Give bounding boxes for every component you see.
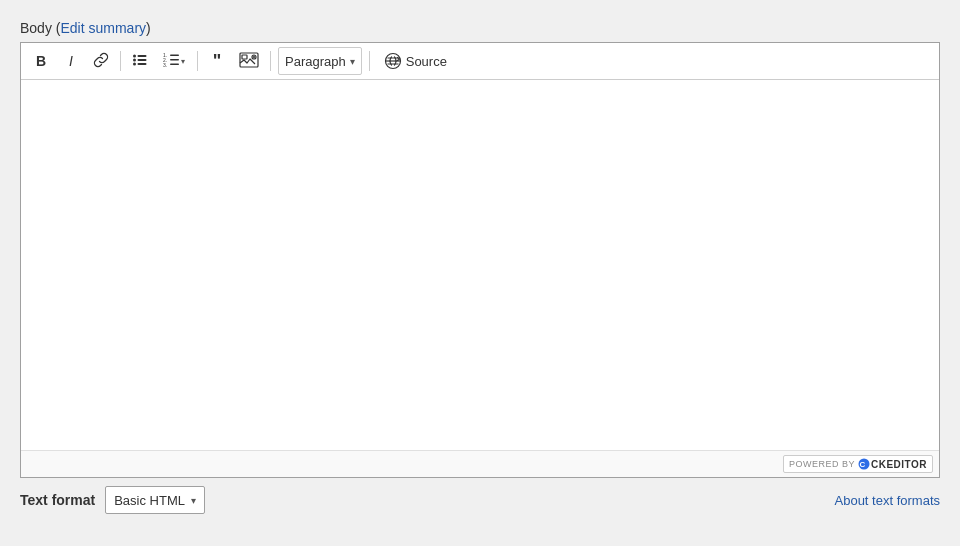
- svg-text:3.: 3.: [163, 62, 167, 68]
- bullet-list-button[interactable]: [126, 47, 154, 75]
- ck-editor-text: CKEditor: [871, 459, 927, 470]
- link-icon: [93, 52, 109, 71]
- about-text-formats-link[interactable]: About text formats: [835, 493, 941, 508]
- svg-point-1: [133, 58, 136, 61]
- toolbar: B I: [21, 43, 939, 80]
- body-text: Body: [20, 20, 52, 36]
- numbered-list-chevron-icon: ▾: [181, 57, 185, 66]
- edit-summary-link[interactable]: Edit summary: [60, 20, 146, 36]
- toolbar-separator-4: [369, 51, 370, 71]
- powered-by-text: POWERED BY: [789, 459, 855, 469]
- insert-image-button[interactable]: [233, 47, 265, 75]
- bold-button[interactable]: B: [27, 47, 55, 75]
- paragraph-label: Paragraph: [285, 54, 346, 69]
- toolbar-separator-1: [120, 51, 121, 71]
- toolbar-separator-2: [197, 51, 198, 71]
- svg-point-2: [133, 62, 136, 65]
- body-label: Body (Edit summary): [20, 20, 940, 36]
- text-format-left: Text format Basic HTML ▾: [20, 486, 205, 514]
- link-button[interactable]: [87, 47, 115, 75]
- svg-rect-4: [138, 59, 147, 61]
- text-format-label: Text format: [20, 492, 95, 508]
- ckeditor-branding: POWERED BY C CKEditor: [21, 450, 939, 477]
- paragraph-chevron-icon: ▾: [350, 56, 355, 67]
- svg-rect-5: [138, 63, 147, 65]
- format-value: Basic HTML: [114, 493, 185, 508]
- svg-rect-3: [138, 55, 147, 57]
- svg-rect-9: [170, 54, 179, 56]
- italic-button[interactable]: I: [57, 47, 85, 75]
- svg-rect-10: [170, 59, 179, 61]
- source-icon: [384, 52, 402, 70]
- svg-rect-13: [242, 55, 247, 59]
- svg-text:C: C: [859, 460, 865, 469]
- editor-content[interactable]: [21, 80, 939, 450]
- ck-logo-icon: C CKEditor: [858, 458, 927, 470]
- paragraph-dropdown[interactable]: Paragraph ▾: [278, 47, 362, 75]
- source-button[interactable]: Source: [377, 47, 454, 75]
- text-format-select[interactable]: Basic HTML ▾: [105, 486, 205, 514]
- bullet-list-icon: [132, 52, 148, 71]
- ckeditor-container: B I: [20, 42, 940, 478]
- insert-image-icon: [239, 52, 259, 71]
- blockquote-icon: ": [213, 52, 222, 70]
- powered-by-badge: POWERED BY C CKEditor: [783, 455, 933, 473]
- toolbar-separator-3: [270, 51, 271, 71]
- editor-wrapper: Body (Edit summary) B I: [20, 20, 940, 514]
- blockquote-button[interactable]: ": [203, 47, 231, 75]
- numbered-list-button[interactable]: 1. 2. 3. ▾: [156, 47, 192, 75]
- numbered-list-icon: 1. 2. 3.: [163, 52, 181, 71]
- svg-rect-11: [170, 63, 179, 65]
- format-chevron-icon: ▾: [191, 495, 196, 506]
- svg-point-0: [133, 54, 136, 57]
- text-format-row: Text format Basic HTML ▾ About text form…: [20, 486, 940, 514]
- source-label: Source: [406, 54, 447, 69]
